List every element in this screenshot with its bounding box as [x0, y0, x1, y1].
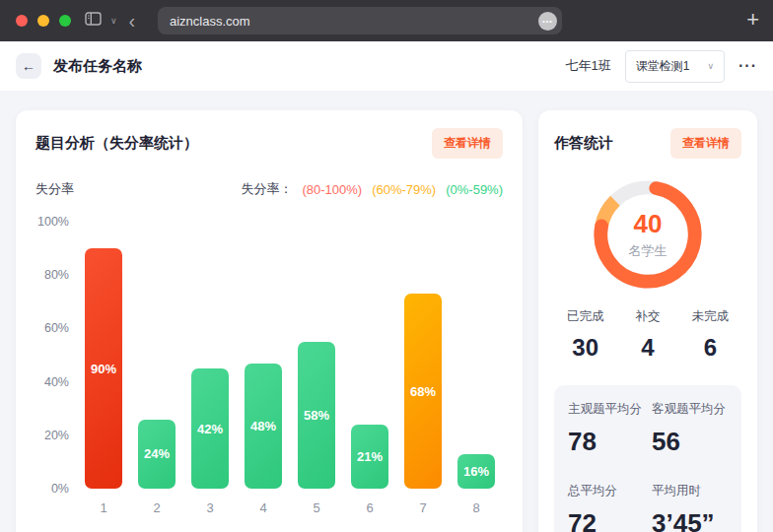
back-button[interactable]: ← — [16, 53, 41, 79]
content-area: 题目分析（失分率统计） 查看详情 失分率 失分率： (80-100%) (60%… — [0, 91, 773, 532]
class-name-label: 七年1班 — [566, 57, 611, 75]
bar-value-label: 16% — [463, 464, 489, 479]
address-bar[interactable]: aiznclass.com ••• — [158, 7, 562, 34]
answer-card-title: 作答统计 — [554, 134, 613, 153]
y-tick: 20% — [44, 429, 69, 442]
question-analysis-card: 题目分析（失分率统计） 查看详情 失分率 失分率： (80-100%) (60%… — [16, 110, 523, 532]
y-tick: 80% — [44, 268, 69, 282]
browser-back-icon[interactable]: ‹ — [129, 11, 136, 31]
x-tick: 3 — [183, 500, 237, 515]
traffic-lights — [16, 15, 71, 27]
legend-item-high: (80-100%) — [302, 182, 362, 197]
stat-value: 4 — [616, 334, 678, 362]
bar-value-label: 58% — [304, 408, 329, 423]
sidebar-icon[interactable] — [85, 12, 102, 30]
completion-stats: 已完成 30 补交 4 未完成 6 — [554, 308, 741, 362]
avg-total: 总平均分 72 — [568, 483, 644, 532]
avg-label: 客观题平均分 — [652, 401, 728, 418]
new-tab-button[interactable]: + — [746, 7, 759, 33]
chart-bar-7[interactable]: 68% — [404, 294, 442, 489]
avg-label: 平均用时 — [652, 483, 728, 499]
maximize-window-button[interactable] — [59, 15, 71, 27]
legend-prefix: 失分率： — [241, 180, 292, 198]
x-tick: 5 — [290, 500, 343, 515]
avg-value: 56 — [652, 427, 728, 457]
x-tick: 8 — [450, 500, 503, 515]
avg-subjective: 主观题平均分 78 — [568, 401, 644, 457]
page-title: 发布任务名称 — [53, 57, 142, 76]
chart-bar-5[interactable]: 58% — [298, 342, 335, 489]
more-menu-icon[interactable]: ··· — [738, 57, 757, 75]
avg-objective: 客观题平均分 56 — [652, 401, 728, 457]
plot-area: 90% 24% 42% 48% 58% 21% 68% 16% — [77, 222, 503, 489]
bar-value-label: 48% — [250, 419, 276, 433]
y-tick: 100% — [37, 215, 69, 229]
bar-value-label: 68% — [410, 384, 436, 399]
bar-value-label: 24% — [144, 446, 170, 461]
avg-label: 总平均分 — [568, 483, 644, 499]
stat-notdone: 未完成 6 — [679, 308, 741, 362]
x-tick: 2 — [130, 500, 183, 515]
stat-late: 补交 4 — [616, 308, 678, 362]
bar-value-label: 21% — [357, 449, 383, 464]
x-tick: 6 — [343, 500, 396, 515]
chart-legend: 失分率： (80-100%) (60%-79%) (0%-59%) — [241, 180, 503, 198]
page-header: ← 发布任务名称 七年1班 课堂检测1 ∨ ··· — [0, 41, 773, 91]
chart-bar-3[interactable]: 42% — [191, 368, 229, 489]
chart-bar-8[interactable]: 16% — [457, 454, 495, 489]
browser-toolbar: ∨ ‹ aiznclass.com ••• + — [0, 0, 773, 41]
stat-value: 30 — [554, 334, 616, 362]
student-total-unit: 名学生 — [629, 242, 668, 260]
x-tick: 1 — [77, 500, 130, 515]
y-axis: 100% 80% 60% 40% 20% 0% — [35, 222, 77, 489]
close-window-button[interactable] — [16, 15, 28, 27]
avg-value: 72 — [568, 508, 644, 532]
page-options-icon[interactable]: ••• — [538, 12, 557, 31]
url-text: aiznclass.com — [170, 14, 250, 29]
avg-value: 78 — [568, 427, 644, 457]
y-tick: 0% — [51, 482, 69, 496]
bar-value-label: 42% — [197, 422, 223, 436]
averages-box: 主观题平均分 78 客观题平均分 56 总平均分 72 平均用时 3’45” — [554, 385, 741, 532]
student-total: 40 — [634, 209, 663, 239]
chart-bar-1[interactable]: 90% — [85, 248, 122, 489]
task-select-dropdown[interactable]: 课堂检测1 ∨ — [625, 50, 725, 83]
chevron-down-icon[interactable]: ∨ — [110, 16, 117, 26]
analysis-card-title: 题目分析（失分率统计） — [35, 134, 198, 153]
completion-donut-chart: 40 名学生 — [594, 180, 702, 289]
x-axis: 1 2 3 4 5 6 7 8 — [77, 500, 503, 515]
task-select-value: 课堂检测1 — [636, 58, 690, 75]
y-tick: 40% — [44, 375, 69, 389]
avg-label: 主观题平均分 — [568, 401, 644, 418]
y-axis-title: 失分率 — [35, 180, 74, 198]
chart-bar-2[interactable]: 24% — [138, 420, 176, 489]
bar-chart: 100% 80% 60% 40% 20% 0% 90% 24% 42% 48% … — [35, 222, 503, 515]
x-tick: 7 — [396, 500, 450, 515]
avg-value: 3’45” — [652, 508, 728, 532]
stat-completed: 已完成 30 — [554, 308, 616, 362]
stat-label: 已完成 — [554, 308, 616, 325]
x-tick: 4 — [237, 500, 290, 515]
answer-stats-card: 作答统计 查看详情 40 名学生 已完成 30 补交 4 — [538, 110, 757, 532]
stat-value: 6 — [679, 334, 741, 362]
chart-bar-4[interactable]: 48% — [245, 364, 282, 489]
minimize-window-button[interactable] — [37, 15, 49, 27]
legend-item-mid: (60%-79%) — [372, 182, 436, 197]
select-chevron-icon: ∨ — [707, 61, 714, 71]
answer-view-details-button[interactable]: 查看详情 — [670, 128, 741, 159]
stat-label: 补交 — [616, 308, 678, 325]
stat-label: 未完成 — [679, 308, 741, 325]
y-tick: 60% — [44, 321, 69, 335]
bar-value-label: 90% — [91, 362, 116, 376]
analysis-view-details-button[interactable]: 查看详情 — [432, 128, 503, 159]
avg-time: 平均用时 3’45” — [652, 483, 728, 532]
chart-bar-6[interactable]: 21% — [351, 425, 388, 489]
legend-item-low: (0%-59%) — [446, 182, 503, 197]
